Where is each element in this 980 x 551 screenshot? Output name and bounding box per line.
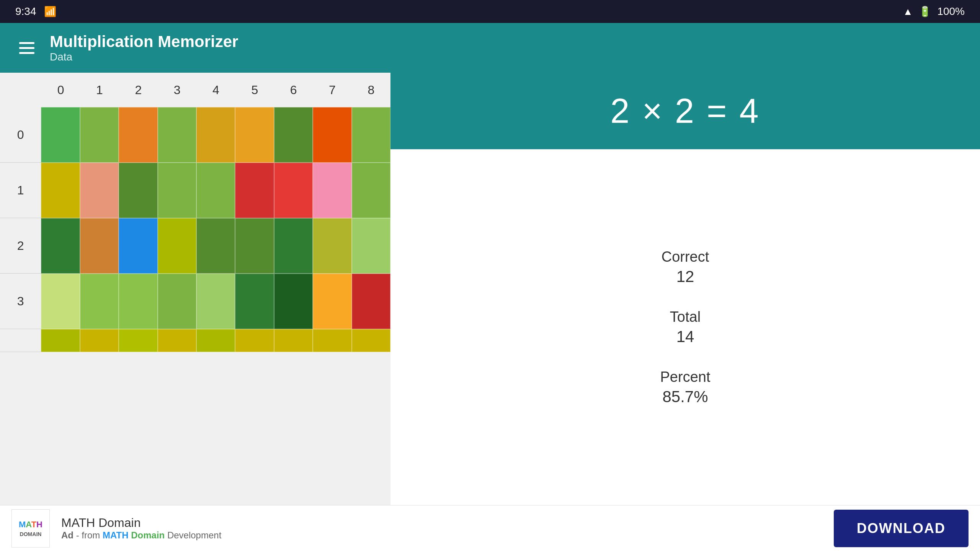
cell-3-2[interactable] — [119, 274, 157, 329]
cell-0-1[interactable] — [80, 107, 119, 163]
cell-0-8[interactable] — [352, 107, 390, 163]
ad-desc-text: - from — [76, 530, 103, 540]
cell-3-6[interactable] — [274, 274, 313, 329]
cell-3-1[interactable] — [80, 274, 119, 329]
ad-app-name: MATH Domain — [61, 516, 822, 530]
row-label-1: 1 — [0, 183, 41, 197]
signal-bars-icon: ▲ — [903, 6, 913, 18]
cell-4-6[interactable] — [274, 329, 313, 352]
main-content: 0 1 2 3 4 5 6 7 8 0 — [0, 73, 980, 505]
cell-0-7[interactable] — [313, 107, 351, 163]
col-header-1: 1 — [80, 83, 119, 97]
hamburger-line-2 — [19, 47, 34, 49]
ad-logo-text: MATH — [19, 520, 42, 530]
cell-0-5[interactable] — [235, 107, 274, 163]
cell-2-2[interactable] — [119, 218, 157, 274]
cell-1-4[interactable] — [196, 163, 235, 218]
cell-1-5[interactable] — [235, 163, 274, 218]
cell-1-6[interactable] — [274, 163, 313, 218]
row-label-0: 0 — [0, 128, 41, 142]
cell-3-4[interactable] — [196, 274, 235, 329]
cell-2-1[interactable] — [80, 218, 119, 274]
status-right: ▲ 🔋 100% — [903, 5, 965, 18]
formula-text: 2 × 2 = 4 — [610, 91, 760, 131]
cell-2-7[interactable] — [313, 218, 351, 274]
app-bar-titles: Multiplication Memorizer Data — [50, 33, 238, 63]
cell-0-2[interactable] — [119, 107, 157, 163]
cell-2-6[interactable] — [274, 218, 313, 274]
cell-1-1[interactable] — [80, 163, 119, 218]
battery-icon: 🔋 — [919, 6, 931, 18]
cell-4-0[interactable] — [41, 329, 80, 352]
col-header-2: 2 — [119, 83, 158, 97]
correct-value: 12 — [662, 267, 709, 286]
cell-1-0[interactable] — [41, 163, 80, 218]
cell-4-8[interactable] — [352, 329, 390, 352]
app-bar: Multiplication Memorizer Data — [0, 23, 980, 73]
cell-3-0[interactable] — [41, 274, 80, 329]
cell-3-8[interactable] — [352, 274, 390, 329]
col-header-0: 0 — [41, 83, 80, 97]
total-stat: Total 14 — [670, 309, 701, 346]
download-button[interactable]: DOWNLOAD — [834, 510, 969, 547]
row-label-2: 2 — [0, 239, 41, 253]
ad-label: Ad — [61, 530, 74, 540]
cell-2-8[interactable] — [352, 218, 390, 274]
cell-4-7[interactable] — [313, 329, 351, 352]
total-value: 14 — [670, 328, 701, 346]
ad-description: Ad - from MATH Domain Development — [61, 530, 822, 541]
col-header-8: 8 — [352, 83, 390, 97]
battery-percent: 100% — [937, 5, 965, 18]
hamburger-menu[interactable] — [19, 42, 34, 54]
grid-row-1: 1 — [0, 163, 390, 218]
status-bar: 9:34 📶 ▲ 🔋 100% — [0, 0, 980, 23]
row-label-3: 3 — [0, 294, 41, 308]
ad-dev-text: Development — [167, 530, 221, 540]
right-panel: 2 × 2 = 4 Correct 12 Total 14 Percent 85… — [390, 73, 980, 505]
cell-1-3[interactable] — [158, 163, 196, 218]
grid-row-0: 0 — [0, 107, 390, 163]
cell-2-0[interactable] — [41, 218, 80, 274]
correct-label: Correct — [662, 249, 709, 265]
cell-4-1[interactable] — [80, 329, 119, 352]
cell-4-3[interactable] — [158, 329, 196, 352]
col-headers: 0 1 2 3 4 5 6 7 8 — [0, 73, 390, 107]
col-header-5: 5 — [235, 83, 274, 97]
cell-4-4[interactable] — [196, 329, 235, 352]
cell-2-3[interactable] — [158, 218, 196, 274]
cell-0-4[interactable] — [196, 107, 235, 163]
grid-body: 0 1 — [0, 107, 390, 505]
col-header-4: 4 — [196, 83, 235, 97]
cell-3-7[interactable] — [313, 274, 351, 329]
hamburger-line-3 — [19, 52, 34, 54]
status-left: 9:34 📶 — [15, 5, 56, 18]
app-title: Multiplication Memorizer — [50, 33, 238, 51]
hamburger-line-1 — [19, 42, 34, 44]
cell-3-3[interactable] — [158, 274, 196, 329]
cell-2-5[interactable] — [235, 218, 274, 274]
ad-math-text: MATH — [103, 530, 129, 540]
multiplication-grid: 0 1 2 3 4 5 6 7 8 0 — [0, 73, 390, 505]
time: 9:34 — [15, 5, 36, 18]
cell-1-8[interactable] — [352, 163, 390, 218]
grid-row-3: 3 — [0, 274, 390, 329]
percent-label: Percent — [660, 369, 710, 385]
percent-stat: Percent 85.7% — [660, 369, 710, 406]
percent-value: 85.7% — [660, 388, 710, 406]
formula-display: 2 × 2 = 4 — [390, 73, 980, 149]
col-header-6: 6 — [274, 83, 313, 97]
cell-2-4[interactable] — [196, 218, 235, 274]
cell-0-6[interactable] — [274, 107, 313, 163]
cell-4-2[interactable] — [119, 329, 157, 352]
cell-4-5[interactable] — [235, 329, 274, 352]
cell-0-0[interactable] — [41, 107, 80, 163]
total-label: Total — [670, 309, 701, 325]
cell-1-2[interactable] — [119, 163, 157, 218]
cell-1-7[interactable] — [313, 163, 351, 218]
app-subtitle: Data — [50, 51, 238, 63]
col-header-7: 7 — [313, 83, 351, 97]
grid-row-4 — [0, 329, 390, 352]
cell-3-5[interactable] — [235, 274, 274, 329]
cell-0-3[interactable] — [158, 107, 196, 163]
grid-row-2: 2 — [0, 218, 390, 274]
